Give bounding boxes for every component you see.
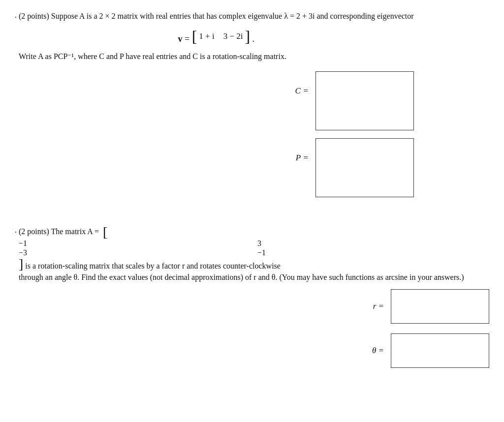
vector-cells: 1 + i 3 − 2i bbox=[199, 31, 243, 41]
p2-answers: r = θ = bbox=[19, 289, 489, 368]
p-label: P = bbox=[296, 138, 309, 163]
left-bracket: [ bbox=[192, 29, 197, 44]
r-answer-row: r = bbox=[373, 289, 489, 324]
c-answer-box[interactable] bbox=[315, 71, 414, 130]
p2-header-start: (2 points) The matrix A = bbox=[19, 227, 99, 236]
theta-answer-box[interactable] bbox=[391, 333, 489, 368]
problem2-header: (2 points) The matrix A = [ bbox=[19, 225, 489, 239]
theta-answer-row: θ = bbox=[372, 333, 489, 368]
r-answer-box[interactable] bbox=[391, 289, 489, 324]
theta-label: θ = bbox=[372, 346, 384, 356]
vector-row2: 3 − 2i bbox=[223, 31, 243, 41]
problem1-instruction: Write A as PCP⁻¹, where C and P have rea… bbox=[19, 50, 414, 63]
bullet-1: . bbox=[15, 11, 17, 20]
problem2-body: through an angle θ. Find the exact value… bbox=[19, 271, 489, 284]
problem-1: . (2 points) Suppose A is a 2 × 2 matrix… bbox=[15, 10, 489, 205]
vector-v-label: v bbox=[178, 34, 183, 44]
vector-row1: 1 + i bbox=[199, 31, 214, 41]
c-answer-section: C = bbox=[19, 71, 414, 130]
vector-equation: v = [ 1 + i 3 − 2i ] . bbox=[19, 29, 414, 44]
right-bracket: ] bbox=[245, 29, 250, 44]
p2-r2c2: −1 bbox=[257, 248, 489, 257]
problem2-content: (2 points) The matrix A = [ −1 3 −3 −1 ]… bbox=[19, 225, 489, 368]
p2-r2c1: −3 bbox=[19, 248, 251, 257]
p-answer-box[interactable] bbox=[315, 138, 414, 197]
p-answer-section: P = bbox=[19, 138, 414, 197]
p2-header-end: is a rotation-scaling matrix that scales… bbox=[25, 262, 281, 270]
vector-equals: = bbox=[185, 34, 192, 44]
bullet-2: . bbox=[15, 226, 17, 235]
period: . bbox=[252, 34, 255, 44]
p2-r1c1: −1 bbox=[19, 239, 251, 248]
c-label: C = bbox=[295, 71, 309, 96]
p2-left-bracket: [ bbox=[103, 225, 107, 239]
p2-matrix-grid: −1 3 −3 −1 bbox=[19, 239, 489, 257]
r-label: r = bbox=[373, 301, 384, 311]
p2-matrix: [ bbox=[103, 225, 107, 239]
vector-matrix: [ 1 + i 3 − 2i ] bbox=[192, 29, 250, 44]
p2-right-bracket: ] bbox=[19, 256, 23, 271]
p2-r1c2: 3 bbox=[257, 239, 489, 248]
problem-2: . (2 points) The matrix A = [ −1 3 −3 −1… bbox=[15, 225, 489, 368]
problem1-content: (2 points) Suppose A is a 2 × 2 matrix w… bbox=[19, 10, 414, 205]
problem1-header: (2 points) Suppose A is a 2 × 2 matrix w… bbox=[19, 10, 414, 23]
